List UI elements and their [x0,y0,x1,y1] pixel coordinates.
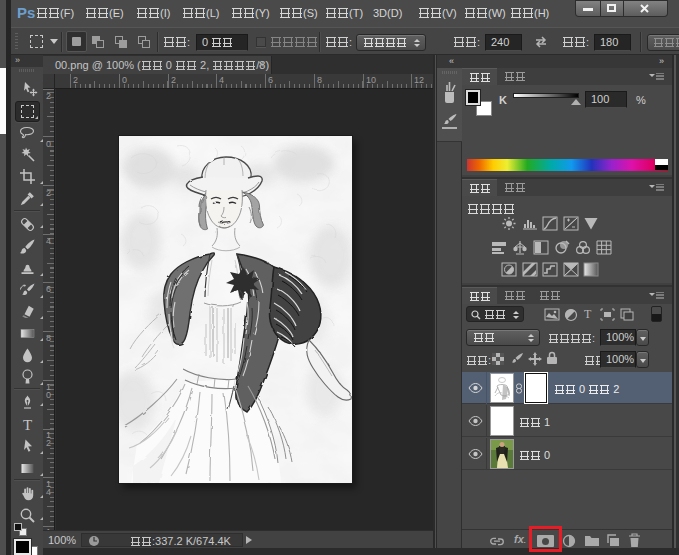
svg-text:T: T [23,417,32,433]
